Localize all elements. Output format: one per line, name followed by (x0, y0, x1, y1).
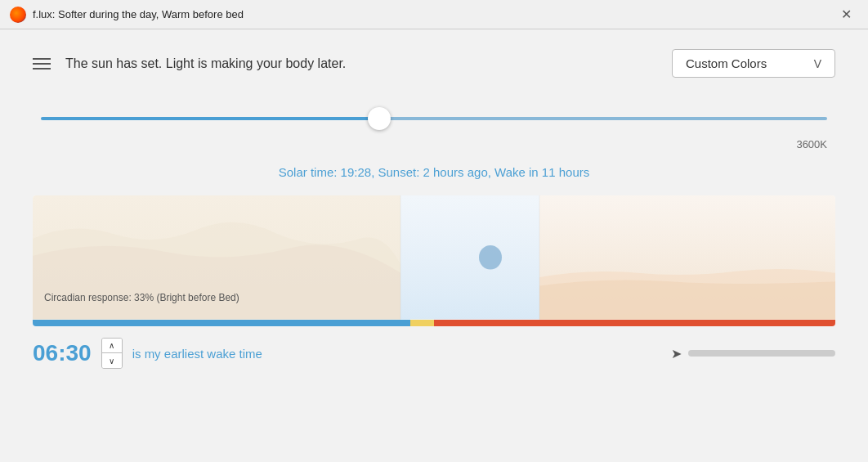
custom-colors-button[interactable]: Custom Colors V (672, 49, 835, 78)
main-content: The sun has set. Light is making your bo… (0, 29, 868, 462)
app-icon (10, 7, 26, 23)
stepper-up-button[interactable]: ∧ (102, 339, 122, 353)
circadian-chart: Circadian response: 33% (Bright before B… (33, 195, 835, 326)
hamburger-line-1 (33, 58, 51, 60)
window-title: f.lux: Softer during the day, Warm befor… (33, 8, 244, 20)
location-icon: ➤ (671, 346, 682, 361)
close-button[interactable]: ✕ (834, 3, 858, 25)
svg-point-3 (479, 245, 502, 269)
title-bar: f.lux: Softer during the day, Warm befor… (0, 0, 868, 29)
chart-svg (33, 195, 835, 326)
color-bar-blue (33, 320, 410, 326)
color-bar-red (434, 320, 835, 326)
temperature-label: 3600K (41, 138, 827, 150)
slider-wrapper (41, 102, 827, 135)
circadian-response-label: Circadian response: 33% (Bright before B… (44, 292, 239, 303)
status-message: The sun has set. Light is making your bo… (65, 56, 346, 71)
chevron-down-icon: V (814, 57, 821, 70)
wake-time-stepper[interactable]: ∧ ∨ (101, 338, 123, 369)
svg-rect-2 (400, 195, 539, 320)
solar-time-text: Solar time: 19:28, Sunset: 2 hours ago, … (33, 165, 835, 179)
slider-track[interactable] (41, 117, 827, 120)
stepper-down-button[interactable]: ∨ (102, 353, 122, 368)
title-bar-left: f.lux: Softer during the day, Warm befor… (10, 7, 244, 23)
hamburger-line-2 (33, 63, 51, 65)
wake-time-value: 06:30 (33, 340, 92, 366)
temperature-slider-section: 3600K (33, 102, 835, 150)
menu-button[interactable] (33, 58, 51, 70)
location-section: ➤ (671, 346, 835, 361)
location-bar (688, 350, 835, 357)
wake-time-label: is my earliest wake time (132, 347, 262, 361)
color-bar-yellow (410, 320, 434, 326)
header-row: The sun has set. Light is making your bo… (33, 49, 835, 78)
wake-time-section: 06:30 ∧ ∨ is my earliest wake time (33, 338, 262, 369)
color-bar (33, 320, 835, 326)
bottom-row: 06:30 ∧ ∨ is my earliest wake time ➤ (33, 338, 835, 369)
header-left: The sun has set. Light is making your bo… (33, 56, 346, 71)
custom-colors-label: Custom Colors (686, 56, 767, 70)
hamburger-line-3 (33, 68, 51, 70)
slider-thumb[interactable] (368, 107, 391, 130)
